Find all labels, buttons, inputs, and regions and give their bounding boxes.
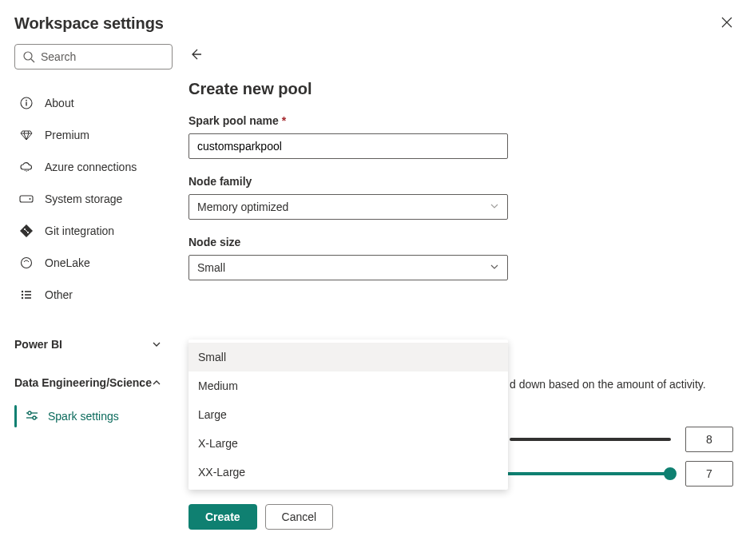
nav-label: OneLake <box>45 256 90 269</box>
section-label: Power BI <box>14 338 62 352</box>
node-size-option-xlarge[interactable]: X-Large <box>188 429 508 458</box>
node-size-option-medium[interactable]: Medium <box>188 371 508 400</box>
subnav-label: Spark settings <box>48 410 119 423</box>
svg-point-15 <box>22 297 23 299</box>
chevron-down-icon <box>152 339 161 351</box>
node-size-select[interactable]: Small <box>188 255 508 280</box>
sidebar: About Premium Azure connections System s… <box>14 44 177 530</box>
page-header: Workspace settings <box>14 14 164 33</box>
sliders-icon <box>26 410 38 423</box>
nav-label: Git integration <box>45 224 114 237</box>
node-size-label: Node size <box>188 236 733 248</box>
autoscale-hint-partial: d down based on the amount of activity. <box>510 378 706 391</box>
nav-label: Other <box>45 288 73 301</box>
other-icon <box>19 288 34 302</box>
storage-icon <box>19 192 34 206</box>
pool-name-input[interactable] <box>188 133 508 159</box>
svg-point-11 <box>22 291 23 292</box>
svg-rect-4 <box>26 102 26 106</box>
pool-name-label: Spark pool name * <box>188 114 733 127</box>
onelake-icon <box>19 256 34 270</box>
autoscale-max-value[interactable]: 8 <box>685 427 733 452</box>
autoscale-slider[interactable] <box>510 432 671 447</box>
svg-point-13 <box>22 294 23 296</box>
node-family-value: Memory optimized <box>197 201 288 213</box>
subnav-spark-settings[interactable]: Spark settings <box>14 402 177 431</box>
svg-point-3 <box>26 100 27 101</box>
cancel-button[interactable]: Cancel <box>265 504 334 530</box>
search-input[interactable] <box>14 44 173 70</box>
git-icon <box>19 224 34 238</box>
nav-item-other[interactable]: Other <box>14 279 177 311</box>
cloud-icon <box>19 160 34 174</box>
svg-point-20 <box>33 416 36 419</box>
allocate-slider-thumb-max[interactable] <box>664 467 677 480</box>
main-content: Create new pool Spark pool name * Node f… <box>177 44 754 530</box>
back-icon[interactable] <box>188 47 203 62</box>
node-size-option-small[interactable]: Small <box>188 343 508 371</box>
nav-item-system-storage[interactable]: System storage <box>14 183 177 215</box>
chevron-up-icon <box>152 377 161 390</box>
nav-label: Premium <box>45 129 89 141</box>
page-title: Create new pool <box>188 80 733 98</box>
info-icon <box>19 96 34 110</box>
node-size-value: Small <box>197 261 225 274</box>
svg-rect-14 <box>25 294 31 296</box>
nav-item-azure-connections[interactable]: Azure connections <box>14 151 177 183</box>
nav-item-premium[interactable]: Premium <box>14 119 177 151</box>
node-family-select[interactable]: Memory optimized <box>188 194 508 220</box>
diamond-icon <box>19 128 34 142</box>
nav-label: System storage <box>45 193 122 205</box>
svg-rect-5 <box>20 196 33 202</box>
node-family-label: Node family <box>188 175 733 188</box>
chevron-down-icon <box>490 201 499 213</box>
close-icon[interactable] <box>720 16 733 31</box>
create-button[interactable]: Create <box>188 504 257 530</box>
svg-rect-12 <box>25 291 31 292</box>
node-size-option-xxlarge[interactable]: XX-Large <box>188 458 508 487</box>
section-label: Data Engineering/Science <box>14 376 152 391</box>
section-power-bi[interactable]: Power BI <box>14 330 177 360</box>
section-data-eng[interactable]: Data Engineering/Science <box>14 368 177 399</box>
nav-item-git-integration[interactable]: Git integration <box>14 215 177 247</box>
chevron-down-icon <box>490 261 499 274</box>
svg-point-6 <box>30 198 31 200</box>
nav-item-about[interactable]: About <box>14 87 177 119</box>
nav-label: Azure connections <box>45 161 137 173</box>
node-size-dropdown: Small Medium Large X-Large XX-Large <box>188 340 508 490</box>
allocate-max-value[interactable]: 7 <box>685 461 733 487</box>
nav-label: About <box>45 97 74 109</box>
nav-item-onelake[interactable]: OneLake <box>14 247 177 279</box>
svg-point-18 <box>28 411 31 415</box>
svg-point-10 <box>22 258 32 268</box>
autoscale-slider-row: 8 <box>510 427 733 452</box>
node-size-option-large[interactable]: Large <box>188 400 508 429</box>
svg-rect-16 <box>25 297 31 299</box>
